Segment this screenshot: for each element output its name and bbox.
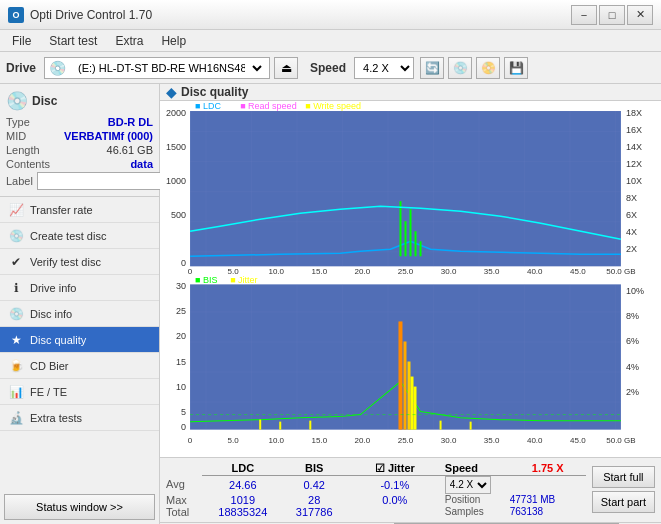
svg-text:14X: 14X [626,142,642,152]
speed-select[interactable]: 4.2 X [354,57,414,79]
fe-te-icon: 📊 [8,384,24,400]
disc-section: 💿 Disc Type BD-R DL MID VERBATIMf (000) … [0,84,159,197]
total-ldc: 18835324 [202,506,284,518]
svg-text:6X: 6X [626,210,637,220]
svg-text:45.0: 45.0 [570,267,586,276]
disc-contents-label: Contents [6,158,50,170]
svg-text:30.0: 30.0 [441,267,457,276]
nav-disc-quality[interactable]: ★ Disc quality [0,327,159,353]
nav-disc-info[interactable]: 💿 Disc info [0,301,159,327]
svg-text:8%: 8% [626,311,639,321]
speed-header: Speed [445,462,510,476]
disc2-button[interactable]: 📀 [476,57,500,79]
disc-title: Disc [32,94,57,108]
save-button[interactable]: 💾 [504,57,528,79]
disc-type-value: BD-R DL [108,116,153,128]
menu-extra[interactable]: Extra [107,32,151,50]
avg-jitter: -0.1% [345,475,445,494]
transfer-rate-icon: 📈 [8,202,24,218]
menu-file[interactable]: File [4,32,39,50]
eject-button[interactable]: ⏏ [274,57,298,79]
svg-text:5.0: 5.0 [228,436,240,445]
left-panel: 💿 Disc Type BD-R DL MID VERBATIMf (000) … [0,84,160,524]
start-full-button[interactable]: Start full [592,466,655,488]
svg-text:20: 20 [176,331,186,341]
svg-text:20.0: 20.0 [355,436,371,445]
nav-cd-bier-label: CD Bier [30,360,69,372]
drive-icon: 💿 [49,60,66,76]
create-test-disc-icon: 💿 [8,228,24,244]
speed-select-stats[interactable]: 4.2 X [445,476,491,494]
toolbar: Drive 💿 (E:) HL-DT-ST BD-RE WH16NS48 1.D… [0,52,661,84]
drive-select[interactable]: (E:) HL-DT-ST BD-RE WH16NS48 1.D3 [70,58,265,78]
disc-mid-row: MID VERBATIMf (000) [6,130,153,142]
svg-text:12X: 12X [626,159,642,169]
refresh-button[interactable]: 🔄 [420,57,444,79]
status-window-button[interactable]: Status window >> [4,494,155,520]
nav-create-test-disc[interactable]: 💿 Create test disc [0,223,159,249]
svg-rect-55 [414,387,417,430]
svg-text:10X: 10X [626,176,642,186]
menu-bar: File Start test Extra Help [0,30,661,52]
disc-contents-row: Contents data [6,158,153,170]
disc-button[interactable]: 💿 [448,57,472,79]
svg-text:25.0: 25.0 [398,267,414,276]
app-title: Opti Drive Control 1.70 [30,8,152,22]
minimize-button[interactable]: − [571,5,597,25]
max-bis: 28 [284,494,345,506]
avg-row: Avg 24.66 0.42 -0.1% 4.2 X [166,475,586,494]
chart-title-icon: ◆ [166,84,177,100]
disc-type-label: Type [6,116,30,128]
svg-text:6%: 6% [626,336,639,346]
close-button[interactable]: ✕ [627,5,653,25]
max-row: Max 1019 28 0.0% Position 47731 MB [166,494,586,506]
stats-table-area: LDC BIS ☑ Jitter Speed 1.75 X [166,462,586,518]
menu-start-test[interactable]: Start test [41,32,105,50]
svg-text:500: 500 [171,210,186,220]
svg-text:15: 15 [176,357,186,367]
svg-text:4X: 4X [626,227,637,237]
svg-text:■ Read speed: ■ Read speed [240,101,296,111]
cd-bier-icon: 🍺 [8,358,24,374]
max-label: Max [166,494,202,506]
samples-value: 763138 [510,506,586,518]
avg-bis: 0.42 [284,475,345,494]
nav-disc-quality-label: Disc quality [30,334,86,346]
svg-text:2X: 2X [626,244,637,254]
start-part-button[interactable]: Start part [592,491,655,513]
maximize-button[interactable]: □ [599,5,625,25]
nav-transfer-rate[interactable]: 📈 Transfer rate [0,197,159,223]
svg-text:2%: 2% [626,387,639,397]
disc-quality-chart: 2000 1500 1000 500 0 18X 16X 14X 12X 10X… [160,101,661,457]
nav-verify-test-disc[interactable]: ✔ Verify test disc [0,249,159,275]
svg-text:10%: 10% [626,286,644,296]
max-jitter: 0.0% [345,494,445,506]
drive-label: Drive [6,61,36,75]
svg-text:15.0: 15.0 [312,436,328,445]
svg-text:50.0 GB: 50.0 GB [606,436,635,445]
extra-tests-icon: 🔬 [8,410,24,426]
nav-extra-tests[interactable]: 🔬 Extra tests [0,405,159,431]
svg-text:50.0 GB: 50.0 GB [606,267,635,276]
nav-cd-bier[interactable]: 🍺 CD Bier [0,353,159,379]
svg-text:10: 10 [176,382,186,392]
stats-area: LDC BIS ☑ Jitter Speed 1.75 X [160,457,661,522]
disc-length-row: Length 46.61 GB [6,144,153,156]
menu-help[interactable]: Help [153,32,194,50]
nav-create-test-disc-label: Create test disc [30,230,106,242]
nav-fe-te[interactable]: 📊 FE / TE [0,379,159,405]
speed-val-header: 1.75 X [510,462,586,476]
svg-rect-54 [411,377,414,430]
title-bar: O Opti Drive Control 1.70 − □ ✕ [0,0,661,30]
svg-text:1000: 1000 [166,176,186,186]
verify-test-disc-icon: ✔ [8,254,24,270]
disc-label-input[interactable] [37,172,170,190]
nav-drive-info[interactable]: ℹ Drive info [0,275,159,301]
svg-text:5: 5 [181,407,186,417]
svg-text:20.0: 20.0 [355,267,371,276]
bis-header: BIS [284,462,345,476]
nav-transfer-rate-label: Transfer rate [30,204,93,216]
nav-section: 📈 Transfer rate 💿 Create test disc ✔ Ver… [0,197,159,490]
svg-text:35.0: 35.0 [484,436,500,445]
svg-text:16X: 16X [626,125,642,135]
